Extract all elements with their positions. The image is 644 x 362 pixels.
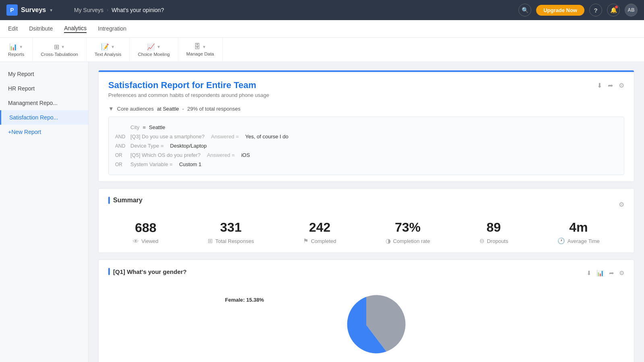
manage-data-label: Manage Data xyxy=(186,51,214,56)
stat-completion-rate-value: 73% xyxy=(395,220,421,235)
q1-share-icon[interactable]: ➦ xyxy=(609,269,614,277)
report-header-left: Satisfaction Report for Entire Team Pref… xyxy=(108,80,269,98)
toolbar-cross-tab[interactable]: ⊞ ▼ Cross-Tabulatioon xyxy=(33,38,87,62)
dropouts-icon: ⊖ xyxy=(479,237,485,245)
nav-item-distribute[interactable]: Dsitribute xyxy=(29,25,53,33)
manage-data-dropdown-icon: ▼ xyxy=(202,45,206,49)
filter-key-q3: [Q3] Do you use a smartphone? xyxy=(130,134,204,140)
avg-time-icon: 🕐 xyxy=(557,237,565,245)
filter-val-city: Seattle xyxy=(149,124,165,130)
breadcrumb-current: What's your opinion? xyxy=(111,7,164,13)
share-icon[interactable]: ➦ xyxy=(608,82,613,89)
avatar[interactable]: AB xyxy=(625,4,638,16)
filter-op-3: AND xyxy=(115,143,127,149)
download-icon[interactable]: ⬇ xyxy=(597,82,602,89)
stat-completed-value: 242 xyxy=(309,220,330,235)
question-card-q1: [Q1] What's your gender? ⬇ 📊 ➦ ⚙ xyxy=(98,259,634,362)
filter-eq-4: Answered = xyxy=(207,152,235,158)
stat-viewed: 688 👁 Viewed xyxy=(133,220,158,245)
q1-download-icon[interactable]: ⬇ xyxy=(586,269,592,277)
stat-avg-time-label: Average Time xyxy=(568,238,600,244)
filter-bar: ▼ Core audiences at Seattle - 29% of tot… xyxy=(99,102,634,117)
question-actions-q1: ⬇ 📊 ➦ ⚙ xyxy=(586,269,624,277)
stat-viewed-label-row: 👁 Viewed xyxy=(133,238,158,245)
q1-chart-icon[interactable]: 📊 xyxy=(597,269,604,277)
report-actions: ⬇ ➦ ⚙ xyxy=(597,82,624,89)
filter-row-city: City = Seattle xyxy=(115,123,617,132)
sidebar-item-management-report[interactable]: Managment Repo... xyxy=(0,96,88,110)
filter-row-sysvar: OR System Variable = Custom 1 xyxy=(115,160,617,169)
settings-icon[interactable]: ⚙ xyxy=(619,82,624,89)
sidebar-item-my-report[interactable]: My Report xyxy=(0,67,88,81)
filter-key-sysvar: System Variable = xyxy=(130,161,173,167)
pie-chart-q1 xyxy=(298,293,435,357)
stat-dropouts: 89 ⊖ Dropouts xyxy=(479,220,508,245)
logo-icon: P xyxy=(6,4,18,16)
filter-op-2: AND xyxy=(115,134,127,140)
upgrade-button[interactable]: Upgrade Now xyxy=(536,5,584,16)
report-card: Satisfaction Report for Entire Team Pref… xyxy=(98,70,634,182)
total-responses-icon: ⊞ xyxy=(208,237,213,245)
report-subtitle: Preferences and common habits of respond… xyxy=(108,92,269,98)
nav-item-analytics[interactable]: Analytics xyxy=(64,25,87,33)
top-nav: P Surveys ▼ My Surveys › What's your opi… xyxy=(0,0,644,20)
filter-icon: ▼ xyxy=(108,105,114,112)
stat-completion-rate: 73% ◑ Completion rate xyxy=(386,220,430,245)
filter-key-q5: [Q5] Which OS do you prefer? xyxy=(130,152,200,158)
q1-settings-icon[interactable]: ⚙ xyxy=(619,269,624,277)
nav-item-edit[interactable]: Edit xyxy=(8,25,18,33)
filter-val-device: Desktop/Laptop xyxy=(170,143,207,149)
question-title-q1: [Q1] What's your gender? xyxy=(108,268,187,275)
summary-settings-icon[interactable]: ⚙ xyxy=(619,201,624,208)
stat-dropouts-label: Dropouts xyxy=(487,238,508,244)
stat-completed: 242 ⚑ Completed xyxy=(303,220,336,245)
cross-tab-icon: ⊞ xyxy=(54,43,59,51)
toolbar-choice-modeling[interactable]: 📈 ▼ Choice Moeling xyxy=(130,38,178,62)
filter-location: at Seattle xyxy=(157,106,179,112)
stat-total-responses-label-row: ⊞ Total Responses xyxy=(208,237,254,245)
stat-completed-label-row: ⚑ Completed xyxy=(303,237,336,245)
reports-icon: 📊 xyxy=(9,43,17,51)
tool-bar: 📊 ▼ Reports ⊞ ▼ Cross-Tabulatioon 📝 ▼ Te… xyxy=(0,38,644,62)
logo-dropdown-icon[interactable]: ▼ xyxy=(49,8,53,12)
help-button[interactable]: ? xyxy=(589,4,602,16)
filter-key-device: Device Type = xyxy=(130,143,164,149)
stat-completion-rate-label-row: ◑ Completion rate xyxy=(386,237,430,245)
summary-card: Summary ⚙ 688 👁 Viewed 331 ⊞ Total Respo… xyxy=(98,188,634,253)
second-nav: Edit Dsitribute Analytics Intregration xyxy=(0,20,644,38)
logo-area: P Surveys ▼ xyxy=(6,4,71,16)
nav-item-integration[interactable]: Intregration xyxy=(98,25,126,33)
filter-val-q3: Yes, of course I do xyxy=(245,134,288,140)
toolbar-text-analysis[interactable]: 📝 ▼ Text Analysis xyxy=(87,38,130,62)
stat-avg-time: 4m 🕐 Average Time xyxy=(557,220,600,245)
stat-viewed-value: 688 xyxy=(135,220,156,235)
stat-avg-time-label-row: 🕐 Average Time xyxy=(557,237,600,245)
filter-val-q5: iOS xyxy=(241,152,250,158)
filter-op-4: OR xyxy=(115,152,127,158)
choice-modeling-dropdown-icon: ▼ xyxy=(157,45,161,49)
text-analysis-icon: 📝 xyxy=(101,43,109,51)
search-button[interactable]: 🔍 xyxy=(518,4,531,16)
notifications-button[interactable]: 🔔 xyxy=(607,4,620,16)
choice-modeling-label: Choice Moeling xyxy=(138,52,169,57)
sidebar-item-new-report[interactable]: +New Report xyxy=(0,125,88,139)
text-analysis-dropdown-icon: ▼ xyxy=(111,45,115,49)
stat-dropouts-label-row: ⊖ Dropouts xyxy=(479,237,508,245)
breadcrumb-parent[interactable]: My Surveys xyxy=(74,7,103,13)
filter-eq-2: Answered = xyxy=(211,134,239,140)
stat-completed-label: Completed xyxy=(311,238,336,244)
cross-tab-dropdown-icon: ▼ xyxy=(61,45,65,49)
sidebar: My Report HR Report Managment Repo... Sa… xyxy=(0,62,89,362)
pie-label-female: Female: 15.38% xyxy=(225,297,264,303)
app-title: Surveys xyxy=(21,6,46,14)
filter-label: Core audiences xyxy=(117,106,154,112)
filter-key-city: City xyxy=(130,124,139,130)
sidebar-item-satisfaction-report[interactable]: Satisfaction Repo... xyxy=(0,110,88,125)
nav-right: 🔍 Upgrade Now ? 🔔 AB xyxy=(518,4,638,16)
toolbar-manage-data[interactable]: 🗄 ▼ Manage Data xyxy=(178,38,223,62)
filter-percent: 29% of total responses xyxy=(187,106,240,112)
sidebar-item-hr-report[interactable]: HR Report xyxy=(0,81,88,96)
cross-tab-label: Cross-Tabulatioon xyxy=(41,52,78,57)
toolbar-reports[interactable]: 📊 ▼ Reports xyxy=(0,38,33,62)
filter-op-5: OR xyxy=(115,162,127,167)
